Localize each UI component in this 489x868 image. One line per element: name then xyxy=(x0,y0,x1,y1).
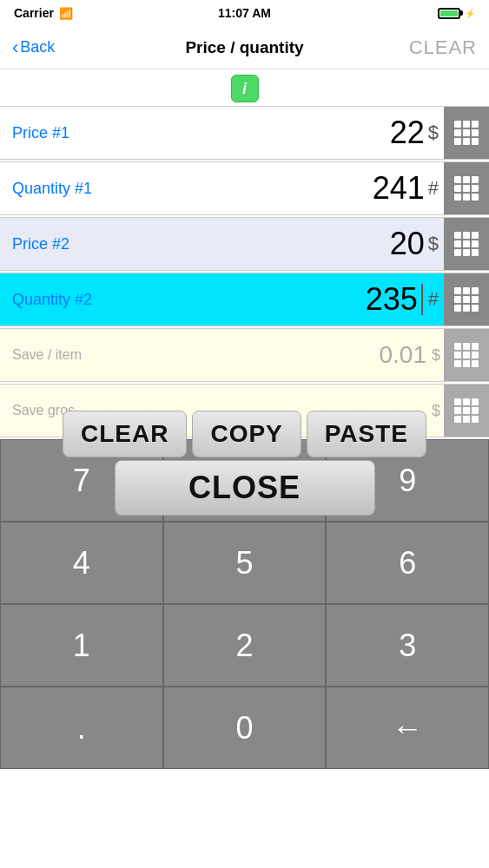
keypad-row-3: 1 2 3 xyxy=(0,604,489,687)
key-4[interactable]: 4 xyxy=(0,522,163,604)
price1-grid-button[interactable] xyxy=(444,107,489,159)
keypad-row-4: . 0 ← xyxy=(0,687,489,769)
key-1[interactable]: 1 xyxy=(0,604,163,687)
qty2-label: Quantity #2 xyxy=(0,291,139,309)
text-cursor xyxy=(421,284,423,315)
price2-grid-button[interactable] xyxy=(444,218,489,270)
save-item-unit: $ xyxy=(432,346,444,365)
grid-icon xyxy=(454,287,479,312)
qty1-row[interactable]: Quantity #1 241 # xyxy=(0,161,489,215)
qty2-grid-button[interactable] xyxy=(444,273,489,326)
qty2-value: 235 xyxy=(139,281,428,318)
popup-close-row: CLOSE xyxy=(112,460,378,518)
key-backspace[interactable]: ← xyxy=(326,687,489,769)
key-5[interactable]: 5 xyxy=(163,522,327,604)
popup-action-row: CLEAR COPY PASTE xyxy=(60,408,429,460)
info-row: i xyxy=(0,69,489,106)
battery-icon xyxy=(438,8,460,19)
bolt-icon: ⚡ xyxy=(465,9,475,18)
price1-unit: $ xyxy=(428,122,444,144)
price2-row[interactable]: Price #2 20 $ xyxy=(0,217,489,271)
grid-icon xyxy=(454,232,479,256)
save-item-value: 0.01 xyxy=(139,341,432,369)
carrier-wifi: Carrier 📶 xyxy=(14,6,73,20)
qty1-unit: # xyxy=(428,177,444,200)
keypad-row-2: 4 5 6 xyxy=(0,522,489,604)
price1-label: Price #1 xyxy=(0,124,139,142)
nav-clear-button[interactable]: CLEAR xyxy=(409,36,477,59)
battery-fill xyxy=(440,10,458,16)
chevron-left-icon: ‹ xyxy=(12,36,18,59)
price1-value: 22 xyxy=(139,115,428,151)
copy-button[interactable]: COPY xyxy=(192,411,301,457)
page-title: Price / quantity xyxy=(185,38,303,57)
nav-bar: ‹ Back Price / quantity CLEAR xyxy=(0,26,489,69)
info-icon[interactable]: i xyxy=(231,75,259,102)
carrier-text: Carrier xyxy=(14,6,54,20)
status-time: 11:07 AM xyxy=(218,6,271,20)
price2-label: Price #2 xyxy=(0,235,139,253)
grid-icon xyxy=(454,121,479,145)
price2-unit: $ xyxy=(428,233,444,255)
key-dot[interactable]: . xyxy=(0,687,163,769)
qty1-grid-button[interactable] xyxy=(444,162,489,214)
qty1-label: Quantity #1 xyxy=(0,180,139,198)
save-item-grid-button[interactable] xyxy=(444,329,489,381)
close-button[interactable]: CLOSE xyxy=(115,460,375,516)
qty1-value: 241 xyxy=(139,170,428,207)
qty2-unit: # xyxy=(428,288,444,311)
battery-area: ⚡ xyxy=(438,8,475,19)
price2-value: 20 xyxy=(139,226,428,262)
status-bar: Carrier 📶 11:07 AM ⚡ xyxy=(0,0,489,26)
wifi-icon: 📶 xyxy=(59,7,73,20)
key-2[interactable]: 2 xyxy=(163,604,327,687)
grid-icon xyxy=(454,343,479,367)
save-item-row: Save / item 0.01 $ xyxy=(0,328,489,382)
back-label[interactable]: Back xyxy=(20,38,55,56)
grid-icon xyxy=(454,176,479,201)
key-3[interactable]: 3 xyxy=(326,604,489,687)
key-6[interactable]: 6 xyxy=(326,522,489,604)
clear-button[interactable]: CLEAR xyxy=(63,411,187,457)
popup-overlay: CLEAR COPY PASTE CLOSE xyxy=(0,408,489,518)
save-item-label: Save / item xyxy=(0,347,139,363)
info-icon-label: i xyxy=(242,80,247,98)
key-0[interactable]: 0 xyxy=(163,687,327,769)
price1-row[interactable]: Price #1 22 $ xyxy=(0,106,489,160)
qty2-row[interactable]: Quantity #2 235 # xyxy=(0,273,489,326)
back-button[interactable]: ‹ Back xyxy=(12,36,55,59)
paste-button[interactable]: PASTE xyxy=(307,411,426,457)
